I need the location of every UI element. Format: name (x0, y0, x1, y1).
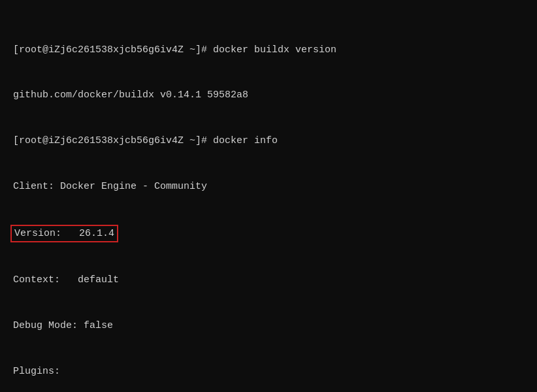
buildx-version-line: github.com/docker/buildx v0.14.1 59582a8 (13, 88, 524, 103)
plugins-label: Plugins: (13, 364, 524, 379)
cmd1-line: [root@iZj6c261538xjcb56g6iv4Z ~]# docker… (13, 42, 524, 57)
version-highlight: Version: 26.1.4 (10, 225, 118, 242)
version-line: Version: 26.1.4 (13, 225, 524, 242)
context-line: Context: default (13, 272, 524, 287)
cmd2-line: [root@iZj6c261538xjcb56g6iv4Z ~]# docker… (13, 133, 524, 148)
terminal: [root@iZj6c261538xjcb56g6iv4Z ~]# docker… (13, 12, 524, 392)
client-line: Client: Docker Engine - Community (13, 179, 524, 194)
debug-line: Debug Mode: false (13, 318, 524, 333)
